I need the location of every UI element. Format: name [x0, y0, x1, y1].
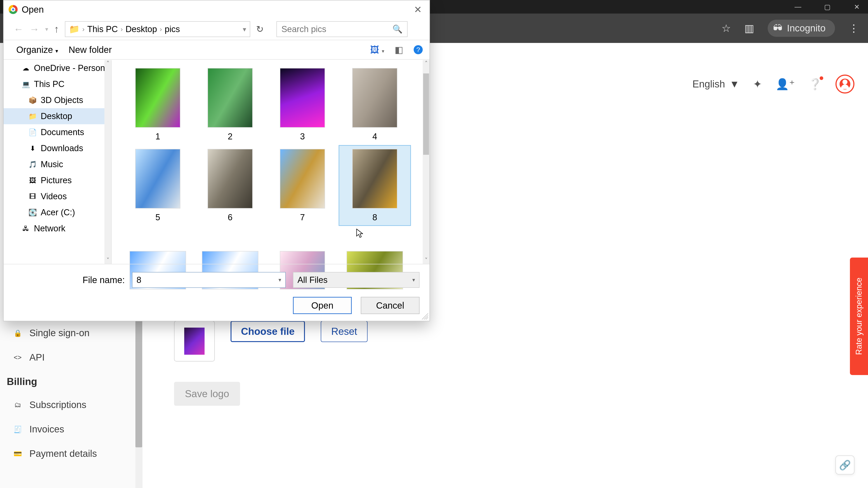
page-top-actions: English ▼ ✦ 👤⁺ ❔ [692, 74, 855, 94]
tree-item[interactable]: 📦3D Objects [4, 92, 111, 108]
bookmark-star-icon[interactable]: ☆ [721, 22, 731, 34]
window-minimize-button[interactable]: — [791, 0, 805, 13]
file-open-dialog: Open ✕ ← → ▾ ↑ 📁 › This PC › Desktop › p… [3, 0, 430, 321]
breadcrumb-bar[interactable]: 📁 › This PC › Desktop › pics ▾ [65, 21, 250, 37]
file-thumbnail [135, 68, 180, 128]
incognito-indicator[interactable]: 🕶 Incognito [768, 20, 835, 37]
dialog-search-box[interactable]: 🔍 [276, 21, 408, 37]
reset-button[interactable]: Reset [321, 321, 368, 342]
file-type-filter[interactable]: All Files ▾ [293, 272, 420, 288]
save-logo-button[interactable]: Save logo [174, 382, 240, 406]
folder-icon: 📦 [29, 96, 37, 104]
file-item[interactable]: 1 [122, 64, 194, 145]
code-icon: <> [13, 353, 22, 361]
file-thumbnail [208, 68, 253, 128]
tree-item[interactable]: 🎞Videos [4, 188, 111, 204]
choose-file-button[interactable]: Choose file [230, 321, 305, 342]
folder-icon: 💻 [22, 80, 30, 88]
file-item[interactable]: 5 [122, 145, 194, 226]
side-panel-icon[interactable]: ▥ [744, 22, 754, 34]
tree-item[interactable]: 📄Documents [4, 124, 111, 140]
open-button[interactable]: Open [293, 297, 352, 314]
sidebar-item-sso[interactable]: 🔒 Single sign-on [0, 321, 142, 345]
breadcrumb-segment[interactable]: pics [165, 24, 180, 34]
preview-pane-icon[interactable]: ◧ [395, 44, 403, 55]
folder-icon: ☁ [22, 64, 30, 72]
breadcrumb-segment[interactable]: Desktop [125, 24, 157, 34]
folder-icon: 🎵 [29, 160, 37, 168]
invite-user-icon[interactable]: 👤⁺ [776, 78, 795, 91]
file-type-value: All Files [298, 275, 328, 285]
nav-back-icon[interactable]: ← [13, 24, 24, 35]
dialog-search-input[interactable] [281, 24, 393, 34]
tree-item[interactable]: 🖧Network [4, 221, 111, 236]
help-icon[interactable]: ? [414, 45, 423, 54]
tree-item[interactable]: ☁OneDrive - Person [4, 60, 111, 76]
file-item[interactable]: 4 [339, 64, 411, 145]
nav-forward-icon[interactable]: → [29, 24, 39, 35]
extensions-icon[interactable]: ✦ [753, 78, 762, 90]
scroll-down-icon[interactable]: ˅ [106, 257, 110, 264]
scroll-down-icon[interactable]: ˅ [425, 257, 428, 264]
file-item[interactable]: 6 [194, 145, 266, 226]
chevron-down-icon: ▾ [55, 48, 58, 54]
tree-item[interactable]: ⬇Downloads [4, 140, 111, 156]
sidebar-item-payment-details[interactable]: 💳 Payment details [0, 442, 142, 466]
file-label: 7 [300, 213, 305, 222]
file-scrollbar[interactable]: ˄ ˅ [423, 60, 430, 264]
chrome-icon [8, 5, 18, 14]
file-item[interactable]: 3 [266, 64, 339, 145]
refresh-icon[interactable]: ↻ [256, 24, 264, 34]
help-icon[interactable]: ❔ [808, 78, 822, 91]
tree-item-label: Acer (C:) [41, 207, 75, 217]
chevron-down-icon[interactable]: ▾ [278, 277, 281, 283]
scroll-up-icon[interactable]: ˄ [106, 60, 110, 67]
organize-menu[interactable]: Organize ▾ [16, 45, 58, 55]
file-thumbnail [208, 149, 253, 208]
dialog-close-button[interactable]: ✕ [411, 4, 425, 15]
view-thumbnails-icon[interactable]: 🖼 ▾ [370, 45, 384, 55]
window-close-button[interactable]: ✕ [850, 0, 864, 13]
subscriptions-icon: 🗂 [13, 401, 22, 409]
file-name-input[interactable]: 8 ▾ [132, 272, 286, 288]
tree-item[interactable]: 💽Acer (C:) [4, 204, 111, 221]
file-name-value: 8 [136, 275, 141, 285]
sidebar-item-api[interactable]: <> API [0, 345, 142, 369]
chevron-down-icon[interactable]: ▾ [412, 277, 415, 283]
file-item[interactable]: 7 [266, 145, 339, 226]
sidebar-item-label: Payment details [29, 448, 97, 459]
logo-image [184, 328, 205, 355]
cancel-button[interactable]: Cancel [361, 297, 420, 314]
resize-grip-icon[interactable] [422, 313, 428, 320]
chevron-down-icon: ▼ [730, 78, 739, 90]
tree-item[interactable]: 🖼Pictures [4, 172, 111, 188]
new-folder-button[interactable]: New folder [68, 45, 112, 55]
breadcrumb-segment[interactable]: This PC [87, 24, 118, 34]
folder-tree: ☁OneDrive - Person💻This PC📦3D Objects📁De… [4, 60, 112, 264]
nav-recent-chevron-icon[interactable]: ▾ [45, 26, 48, 33]
language-selector[interactable]: English ▼ [692, 78, 739, 90]
sidebar-item-invoices[interactable]: 🧾 Invoices [0, 417, 142, 442]
tree-item[interactable]: 📁Desktop [4, 108, 111, 124]
logo-upload-block: Choose file Reset [174, 321, 368, 361]
copy-link-button[interactable]: 🔗 [835, 455, 855, 475]
dialog-title: Open [22, 4, 44, 15]
browser-menu-icon[interactable]: ⋮ [848, 22, 859, 34]
tree-item[interactable]: 💻This PC [4, 76, 111, 92]
chevron-down-icon[interactable]: ▾ [243, 25, 246, 33]
feedback-tab[interactable]: Rate your experience [850, 258, 868, 375]
file-item[interactable]: 2 [194, 64, 266, 145]
file-item[interactable]: 8 [339, 145, 411, 226]
tree-scrollbar[interactable]: ˄ ˅ [104, 60, 111, 264]
sidebar-item-subscriptions[interactable]: 🗂 Subscriptions [0, 393, 142, 417]
folder-icon: ⬇ [29, 144, 37, 153]
tree-item-label: Documents [41, 127, 84, 137]
scroll-up-icon[interactable]: ˄ [425, 60, 428, 67]
file-thumbnail [352, 149, 397, 208]
tree-item-label: Music [41, 160, 63, 169]
tree-item[interactable]: 🎵Music [4, 156, 111, 172]
file-scrollbar-thumb[interactable] [423, 73, 429, 155]
account-avatar[interactable] [835, 74, 855, 94]
nav-up-icon[interactable]: ↑ [54, 24, 59, 35]
window-maximize-button[interactable]: ▢ [820, 0, 834, 13]
